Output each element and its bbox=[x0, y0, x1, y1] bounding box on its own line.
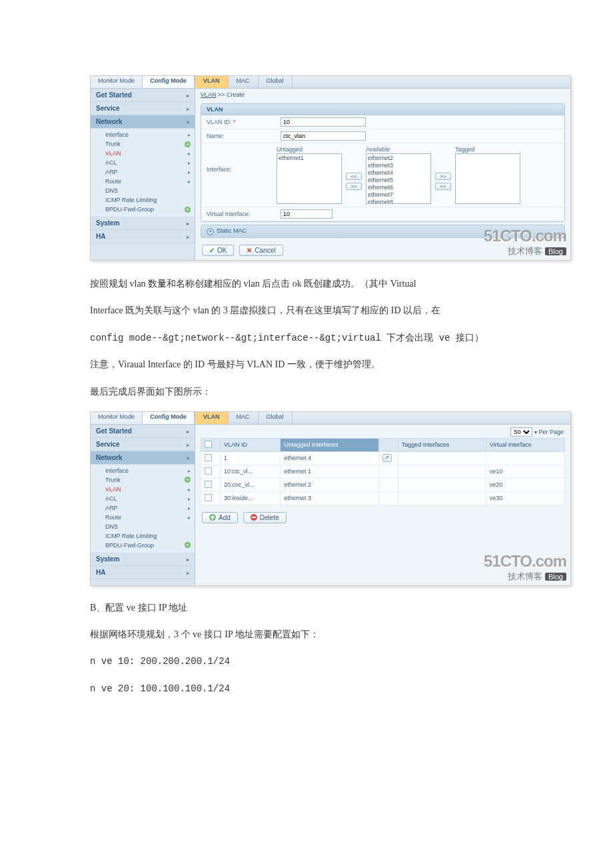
nav-item-dns[interactable]: DNS bbox=[105, 522, 195, 531]
minus-icon bbox=[251, 514, 257, 521]
tab-config-mode[interactable]: Config Mode bbox=[143, 76, 195, 88]
list-untagged[interactable]: ethernet1 bbox=[277, 153, 342, 204]
tab-vlan[interactable]: VLAN bbox=[195, 76, 229, 88]
nav-service[interactable]: Service bbox=[91, 438, 195, 451]
nav-item-interface[interactable]: Interface bbox=[105, 130, 195, 139]
list-available[interactable]: ethernet2 ethernet3 ethernet4 ethernet5 … bbox=[366, 153, 431, 204]
breadcrumb-vlan-link[interactable]: VLAN bbox=[201, 91, 217, 98]
row-checkbox[interactable] bbox=[205, 494, 212, 501]
open-icon[interactable]: ↗ bbox=[382, 454, 392, 462]
tab-mac[interactable]: MAC bbox=[229, 76, 259, 88]
tab-mac[interactable]: MAC bbox=[229, 412, 259, 424]
table-row[interactable]: 20:cnc_vl... ethernet 2 ve20 bbox=[201, 478, 565, 491]
ok-button[interactable]: ✓OK bbox=[202, 245, 234, 256]
tab-global[interactable]: Global bbox=[259, 412, 293, 424]
hdr-available: Available bbox=[366, 146, 431, 153]
nav-get-started[interactable]: Get Started bbox=[91, 89, 195, 102]
main-panel: VLAN MAC Global VLAN >> Create VLAN VLAN… bbox=[195, 76, 570, 260]
col-virtual-interface[interactable]: Virtual Interface bbox=[486, 438, 564, 451]
plus-icon bbox=[185, 207, 191, 213]
nav-get-started[interactable]: Get Started bbox=[91, 425, 195, 438]
nav-system[interactable]: System bbox=[91, 553, 195, 566]
nav-item-bpdu-fwd-group[interactable]: BPDU-Fwd-Group bbox=[105, 541, 195, 550]
nav-item-trunk[interactable]: Trunk bbox=[105, 139, 195, 149]
nav-item-trunk[interactable]: Trunk bbox=[105, 475, 195, 485]
nav-item-icmp-rate-limiting[interactable]: ICMP Rate Limiting bbox=[105, 195, 195, 205]
nav-item-arp[interactable]: ARP bbox=[105, 503, 195, 513]
vlan-panel: VLAN VLAN ID: * Name: Interface: Untagge… bbox=[201, 103, 565, 222]
nav-item-acl[interactable]: ACL bbox=[105, 494, 195, 503]
row-checkbox[interactable] bbox=[205, 454, 212, 461]
sidebar: Monitor Mode Config Mode Get Started Ser… bbox=[91, 76, 195, 260]
nav-network[interactable]: Network bbox=[91, 115, 195, 129]
nav-network[interactable]: Network bbox=[91, 451, 195, 465]
per-page-select[interactable]: 50 bbox=[510, 427, 532, 437]
list-item[interactable]: ethernet4 bbox=[368, 169, 429, 177]
list-tagged[interactable] bbox=[455, 153, 520, 204]
nav-item-route[interactable]: Route bbox=[105, 177, 195, 186]
chevron-right-icon bbox=[187, 219, 189, 227]
nav-item-icmp-rate-limiting[interactable]: ICMP Rate Limiting bbox=[105, 531, 195, 541]
table-row[interactable]: 30:inside... ethernet 3 ve30 bbox=[201, 491, 565, 505]
cancel-button[interactable]: ✕Cancel bbox=[239, 245, 283, 256]
row-checkbox[interactable] bbox=[205, 467, 212, 475]
input-virtual-interface[interactable] bbox=[281, 209, 332, 219]
col-vlan-id[interactable]: VLAN ID bbox=[221, 438, 281, 451]
nav-item-bpdu-fwd-group[interactable]: BPDU-Fwd-Group bbox=[105, 205, 195, 214]
static-mac-panel[interactable]: +Static MAC bbox=[201, 225, 565, 238]
list-item[interactable]: ethernet6 bbox=[368, 184, 429, 191]
nav-item-route[interactable]: Route bbox=[105, 513, 195, 522]
nav-item-vlan[interactable]: VLAN bbox=[105, 149, 195, 158]
nav-item-arp[interactable]: ARP bbox=[105, 167, 195, 177]
select-all-checkbox[interactable] bbox=[205, 441, 212, 448]
tab-monitor-mode[interactable]: Monitor Mode bbox=[91, 412, 143, 424]
nav-item-vlan[interactable]: VLAN bbox=[105, 485, 195, 494]
col-untagged-interfaces[interactable]: Untagged Interfaces bbox=[281, 438, 378, 451]
add-button[interactable]: Add bbox=[202, 512, 238, 523]
table-row[interactable]: 1 ethernet 4 ↗ bbox=[201, 451, 565, 465]
list-item[interactable]: ethernet7 bbox=[368, 191, 429, 199]
col-tagged-interfaces[interactable]: Tagged Interfaces bbox=[398, 438, 486, 451]
nav-ha[interactable]: HA bbox=[91, 566, 195, 579]
nav-system[interactable]: System bbox=[91, 217, 195, 230]
screenshot-vlan-list: Monitor Mode Config Mode Get Started Ser… bbox=[90, 411, 571, 586]
list-item[interactable]: ethernet5 bbox=[368, 177, 429, 184]
move-left-button[interactable]: << bbox=[435, 183, 451, 190]
plus-icon bbox=[185, 141, 191, 147]
hdr-untagged: Untagged bbox=[277, 146, 342, 153]
nav-network-items: Interface Trunk VLAN ACL ARP Route DNS I… bbox=[91, 129, 195, 217]
delete-button[interactable]: Delete bbox=[243, 512, 287, 523]
list-item[interactable]: ethernet8 bbox=[368, 199, 429, 204]
nav-ha[interactable]: HA bbox=[91, 230, 195, 243]
move-right-button[interactable]: >> bbox=[346, 183, 362, 190]
paragraph: config mode--&gt;network--&gt;interface-… bbox=[90, 331, 523, 345]
breadcrumb: VLAN >> Create bbox=[195, 89, 570, 101]
input-vlan-id[interactable] bbox=[281, 117, 366, 127]
input-name[interactable] bbox=[281, 131, 366, 141]
tab-monitor-mode[interactable]: Monitor Mode bbox=[91, 76, 143, 88]
row-checkbox[interactable] bbox=[205, 481, 212, 488]
list-item[interactable]: ethernet2 bbox=[368, 155, 429, 162]
list-item[interactable]: ethernet1 bbox=[279, 155, 340, 162]
nav-item-dns[interactable]: DNS bbox=[105, 186, 195, 195]
chevron-right-icon bbox=[187, 427, 189, 435]
chevron-right-icon bbox=[187, 91, 189, 99]
tab-vlan[interactable]: VLAN bbox=[195, 412, 229, 424]
nav-item-acl[interactable]: ACL bbox=[105, 158, 195, 167]
per-page-control: 50 ▾ Per Page bbox=[195, 425, 570, 438]
label-vlan-id: VLAN ID: * bbox=[207, 119, 277, 125]
plus-icon bbox=[185, 477, 191, 483]
move-left-button[interactable]: << bbox=[346, 173, 362, 180]
paragraph: Interface 既为关联与这个 vlan 的 3 层虚拟接口，只有在这里填写… bbox=[90, 303, 523, 318]
table-row[interactable]: 10:ctc_vl... ethernet 1 ve10 bbox=[201, 465, 565, 478]
nav-item-interface[interactable]: Interface bbox=[105, 466, 195, 475]
list-item[interactable]: ethernet3 bbox=[368, 162, 429, 169]
tab-global[interactable]: Global bbox=[259, 76, 293, 88]
tab-config-mode[interactable]: Config Mode bbox=[143, 412, 195, 424]
move-right-button[interactable]: >> bbox=[435, 173, 451, 180]
nav-service[interactable]: Service bbox=[91, 102, 195, 115]
hdr-tagged: Tagged bbox=[455, 146, 520, 153]
chevron-down-icon bbox=[187, 454, 189, 461]
chevron-right-icon bbox=[188, 178, 191, 185]
label-virtual-interface: Virtual Interface: bbox=[207, 211, 277, 217]
